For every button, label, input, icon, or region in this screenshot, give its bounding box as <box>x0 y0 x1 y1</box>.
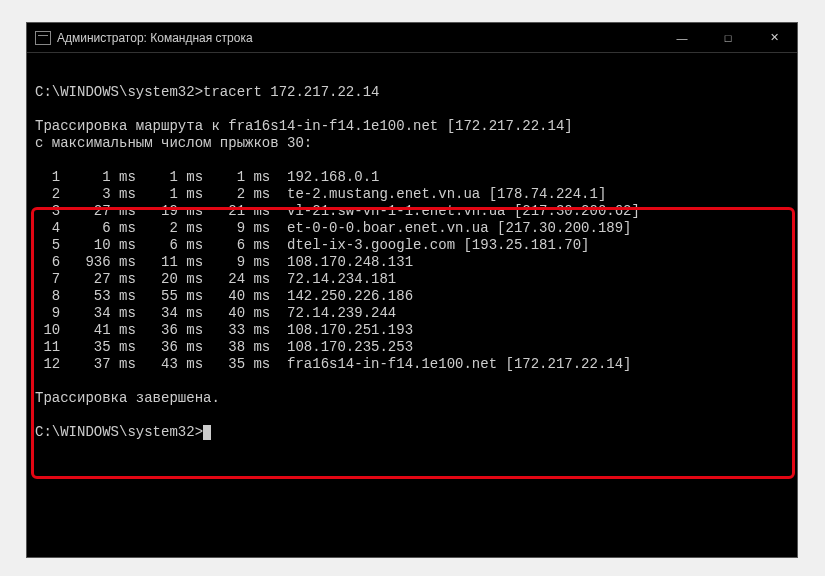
maximize-button[interactable]: □ <box>705 23 751 53</box>
trace-header-2: с максимальным числом прыжков 30: <box>35 135 312 151</box>
prompt-path: C:\WINDOWS\system32> <box>35 84 203 100</box>
prompt-line-1: C:\WINDOWS\system32>tracert 172.217.22.1… <box>35 84 379 100</box>
titlebar[interactable]: Администратор: Командная строка — □ ✕ <box>27 23 797 53</box>
window-title: Администратор: Командная строка <box>57 31 253 45</box>
prompt-path-2: C:\WINDOWS\system32> <box>35 424 203 440</box>
cursor <box>203 425 211 440</box>
trace-hops: 1 1 ms 1 ms 1 ms 192.168.0.1 2 3 ms 1 ms… <box>35 169 640 372</box>
trace-complete: Трассировка завершена. <box>35 390 220 406</box>
minimize-button[interactable]: — <box>659 23 705 53</box>
app-icon <box>35 31 51 45</box>
terminal-output[interactable]: C:\WINDOWS\system32>tracert 172.217.22.1… <box>27 53 797 557</box>
prompt-line-2: C:\WINDOWS\system32> <box>35 424 211 440</box>
close-button[interactable]: ✕ <box>751 23 797 53</box>
command-text: tracert 172.217.22.14 <box>203 84 379 100</box>
trace-header-1: Трассировка маршрута к fra16s14-in-f14.1… <box>35 118 573 134</box>
command-prompt-window: Администратор: Командная строка — □ ✕ C:… <box>26 22 798 558</box>
